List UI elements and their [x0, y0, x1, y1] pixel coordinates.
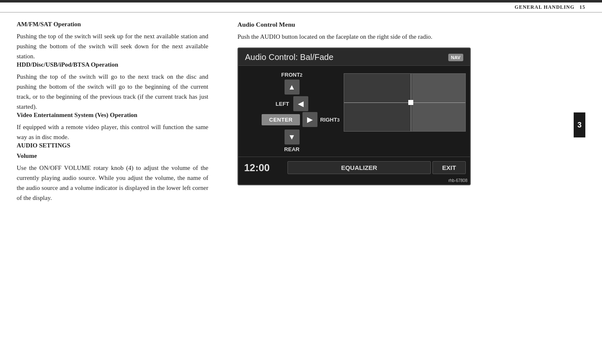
- ves-body: If equipped with a remote video player, …: [17, 122, 208, 142]
- ref-code: rhb-67808: [238, 177, 470, 184]
- section-ves: Video Entertainment System (Ves) Operati…: [17, 112, 208, 142]
- amfmsat-body: Pushing the top of the switch will seek …: [17, 31, 208, 61]
- section-audio-settings: AUDIO SETTINGS Volume Use the ON/OFF VOL…: [17, 142, 208, 203]
- up-arrow-button[interactable]: ▲: [285, 80, 300, 95]
- volume-subheading: Volume: [17, 152, 208, 160]
- screen-title-bar: Audio Control: Bal/Fade NAV: [238, 48, 470, 66]
- down-arrow-button[interactable]: ▼: [285, 130, 300, 145]
- volume-body: Use the ON/OFF VOLUME rotary knob (4) to…: [17, 163, 208, 203]
- exit-button[interactable]: EXIT: [432, 161, 466, 174]
- balance-map: [344, 73, 466, 132]
- balance-indicator: [408, 100, 413, 105]
- lr-row: LEFT ◀: [276, 96, 308, 111]
- right-label: RIGHT3: [320, 117, 340, 123]
- up-arrow-row: ▲: [285, 80, 300, 95]
- center-button[interactable]: CENTER: [262, 114, 300, 125]
- main-layout: AM/FM/SAT Operation Pushing the top of t…: [0, 12, 602, 356]
- controls-area: FRONT2 ▲ LEFT ◀ CENTER ▶: [244, 72, 340, 152]
- screen-body: FRONT2 ▲ LEFT ◀ CENTER ▶: [238, 66, 470, 152]
- screen-title: Audio Control: Bal/Fade: [245, 52, 333, 62]
- equalizer-button[interactable]: EQUALIZER: [287, 161, 431, 174]
- hdd-heading: HDD/Disc/USB/iPod/BTSA Operation: [17, 61, 208, 68]
- audio-control-heading: Audio Control Menu: [237, 21, 585, 28]
- screen-bottom-bar: 12:00 EQUALIZER EXIT: [238, 157, 470, 177]
- page-header: GENERAL HANDLING 15: [515, 4, 585, 10]
- audio-screen: Audio Control: Bal/Fade NAV FRONT2 ▲: [237, 47, 471, 185]
- audio-settings-heading: AUDIO SETTINGS: [17, 142, 208, 149]
- audio-intro: Push the AUDIO button located on the fac…: [237, 32, 585, 42]
- crosshair-horizontal: [344, 102, 465, 103]
- left-label: LEFT: [276, 101, 291, 107]
- front-label: FRONT2: [281, 72, 302, 78]
- header-line: GENERAL HANDLING 15: [0, 2, 602, 12]
- section-hdd: HDD/Disc/USB/iPod/BTSA Operation Pushing…: [17, 61, 208, 112]
- left-arrow-button[interactable]: ◀: [293, 96, 308, 111]
- center-row: CENTER ▶ RIGHT3: [244, 112, 340, 127]
- section-amfmsat: AM/FM/SAT Operation Pushing the top of t…: [17, 21, 208, 61]
- nav-badge: NAV: [448, 54, 463, 61]
- right-arrow-button[interactable]: ▶: [302, 112, 317, 127]
- ves-heading: Video Entertainment System (Ves) Operati…: [17, 112, 208, 119]
- chapter-tab: 3: [574, 112, 585, 137]
- amfmsat-heading: AM/FM/SAT Operation: [17, 21, 208, 28]
- hdd-body: Pushing the top of the switch will go to…: [17, 72, 208, 112]
- right-column: Audio Control Menu Push the AUDIO button…: [229, 21, 585, 356]
- left-column: AM/FM/SAT Operation Pushing the top of t…: [17, 21, 217, 356]
- rear-label: REAR: [284, 146, 300, 152]
- down-arrow-row: ▼: [285, 130, 300, 145]
- time-display: 12:00: [244, 162, 286, 174]
